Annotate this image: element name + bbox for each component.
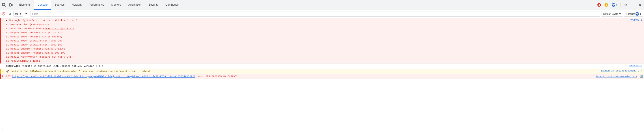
stack-link-6[interactable]: require.min.js:77:285 [33, 48, 64, 50]
network-error-source-area: launch-177bc126c8e6.min.js:2 🔄 [594, 74, 644, 78]
network-error-content: GET https://dpm.demdex.net/id?d_visid_ve… [5, 74, 594, 79]
clear-console-button[interactable]: 🚫 [1, 11, 6, 16]
stop-recording-button[interactable]: ⊘ [7, 11, 12, 16]
errors-badge-button[interactable]: 2 [596, 3, 602, 7]
error-main-line: ▶ Uncaught SyntaxError: Unexpected token… [6, 18, 628, 23]
tab-sources[interactable]: Sources [51, 0, 68, 10]
eye-button[interactable]: 👁 [24, 11, 29, 16]
close-devtools-button[interactable]: ✕ [637, 2, 643, 8]
console-warning-entry: ⚠ 🚀 container.buildInfo.environment is d… [0, 69, 644, 74]
network-reload-icon[interactable]: 🔄 [640, 75, 643, 78]
stack-line-3: at Module.load (require.min.js:58:384) [6, 35, 628, 39]
error-count-badge: 2 [598, 3, 601, 7]
stack-line-7: at Object.enable (require.min.js:108:108… [6, 51, 628, 55]
svg-rect-3 [12, 4, 12, 6]
error-message: Uncaught SyntaxError: Unexpected token '… [10, 19, 78, 22]
stack-link-3[interactable]: require.min.js:58:384 [30, 36, 61, 38]
svg-rect-2 [10, 4, 11, 6]
context-dropdown-icon: ▼ [19, 12, 22, 15]
settings-button[interactable]: ⚙ [622, 2, 629, 8]
console-network-error-entry: ▶ GET https://dpm.demdex.net/id?d_visid_… [0, 74, 644, 79]
toolbar-divider [620, 3, 621, 7]
console-body: ✕ ▶ Uncaught SyntaxError: Unexpected tok… [0, 18, 644, 132]
inspect-element-button[interactable] [1, 2, 7, 8]
expand-arrow[interactable]: ▶ [6, 19, 8, 22]
filter-input[interactable] [30, 11, 600, 16]
stack-line-1: at Function.require.load (static.min.js:… [6, 27, 628, 31]
tab-lighthouse[interactable]: Lighthouse [162, 0, 182, 10]
stack-link-9[interactable]: require.min.js:12:51 [10, 60, 40, 62]
network-url[interactable]: https://dpm.demdex.net/id?d_visid_ver=5.… [12, 75, 196, 78]
devtools-tab-bar: Elements Console Sources Network Perform… [0, 0, 644, 10]
network-error-code: net::ERR_BLOCKED_BY_CLIENT [198, 75, 237, 78]
messages-badge-button[interactable]: 💬 1 [610, 3, 619, 7]
context-selector[interactable]: top ▼ [14, 11, 23, 16]
stack-line-2: at Object.load (require.min.js:117:112) [6, 31, 628, 35]
devtools-right-icons: 2 1 💬 1 ⚙ ⋮ ✕ [594, 2, 643, 8]
stack-line-0: at new Function (<anonymous>) [6, 23, 628, 27]
warning-icon: ⚠ [1, 69, 5, 73]
stack-line-8: at Module.<anonymous> (require.min.js:77… [6, 55, 628, 59]
svg-line-1 [5, 6, 6, 6]
device-toolbar-button[interactable] [8, 2, 14, 8]
tab-security[interactable]: Security [145, 0, 162, 10]
tab-elements[interactable]: Elements [16, 0, 34, 10]
stack-line-4: at Module.fetch (require.min.js:58:287) [6, 39, 628, 43]
info-message: JQMIGRATE: Migrate is installed with log… [6, 65, 103, 68]
warning-count-badge: 1 [604, 3, 608, 7]
warning-message: container.buildInfo.environment is depre… [11, 70, 150, 72]
error-source[interactable]: VM2490:6 [628, 18, 644, 22]
issues-count-badge: 💬 [636, 12, 639, 16]
http-method: GET [6, 75, 12, 78]
tab-performance[interactable]: Performance [85, 0, 108, 10]
stack-link-2[interactable]: require.min.js:117:112 [30, 32, 62, 34]
tab-memory[interactable]: Memory [108, 0, 124, 10]
stack-link-8[interactable]: require.min.js:77:84 [40, 56, 70, 58]
stack-line-5: at Module.check (require.min.js:59:162) [6, 43, 628, 47]
console-error-entry: ✕ ▶ Uncaught SyntaxError: Unexpected tok… [0, 18, 644, 64]
console-toolbar: 🚫 ⊘ top ▼ 👁 Default levels ▼ 1 Issue: 💬 … [0, 10, 644, 18]
tab-application[interactable]: Application [124, 0, 145, 10]
default-levels-dropdown-icon: ▼ [619, 12, 621, 15]
devtools-left-icons [1, 2, 16, 8]
warning-rocket-icon: 🚀 [6, 70, 11, 72]
tab-network[interactable]: Network [68, 0, 85, 10]
main-content: 🚫 ⊘ top ▼ 👁 Default levels ▼ 1 Issue: 💬 … [0, 10, 644, 132]
error-content: ▶ Uncaught SyntaxError: Unexpected token… [5, 18, 628, 64]
stack-line-9: at require.min.js:12:51 [6, 59, 628, 63]
info-content: JQMIGRATE: Migrate is installed with log… [4, 64, 627, 68]
prompt-icon: › [2, 128, 4, 131]
error-icon: ✕ [1, 18, 5, 22]
stack-line-6: at Module.enable (require.min.js:77:285) [6, 47, 628, 51]
more-options-button[interactable]: ⋮ [630, 2, 636, 8]
console-output: ✕ ▶ Uncaught SyntaxError: Unexpected tok… [0, 18, 644, 126]
warnings-badge-button[interactable]: 1 [603, 3, 610, 7]
issues-button[interactable]: 1 Issue: 💬 1 [624, 11, 643, 16]
network-error-icon: ▶ [1, 74, 5, 77]
network-error-source[interactable]: launch-177bc126c8e6.min.js:2 [594, 75, 639, 78]
svg-rect-0 [2, 3, 5, 6]
message-count-badge: 💬 [612, 3, 615, 7]
tab-list: Elements Console Sources Network Perform… [16, 0, 594, 10]
warning-content: 🚀 container.buildInfo.environment is dep… [5, 69, 599, 74]
warning-source[interactable]: launch-177bc126c8e6.min.js:4 [599, 69, 644, 72]
tab-console[interactable]: Console [34, 0, 51, 10]
default-levels-button[interactable]: Default levels ▼ [601, 11, 623, 16]
stack-link-5[interactable]: require.min.js:59:162 [31, 44, 62, 46]
stack-link-7[interactable]: require.min.js:108:108 [33, 52, 65, 54]
stack-link-1[interactable]: static.min.js:11:216 [44, 27, 74, 30]
info-icon [0, 64, 4, 64]
console-info-entry: JQMIGRATE: Migrate is installed with log… [0, 64, 644, 69]
stack-link-4[interactable]: require.min.js:58:287 [31, 40, 62, 42]
console-prompt: › [0, 126, 644, 132]
info-source[interactable]: VM2494:14 [627, 64, 644, 68]
